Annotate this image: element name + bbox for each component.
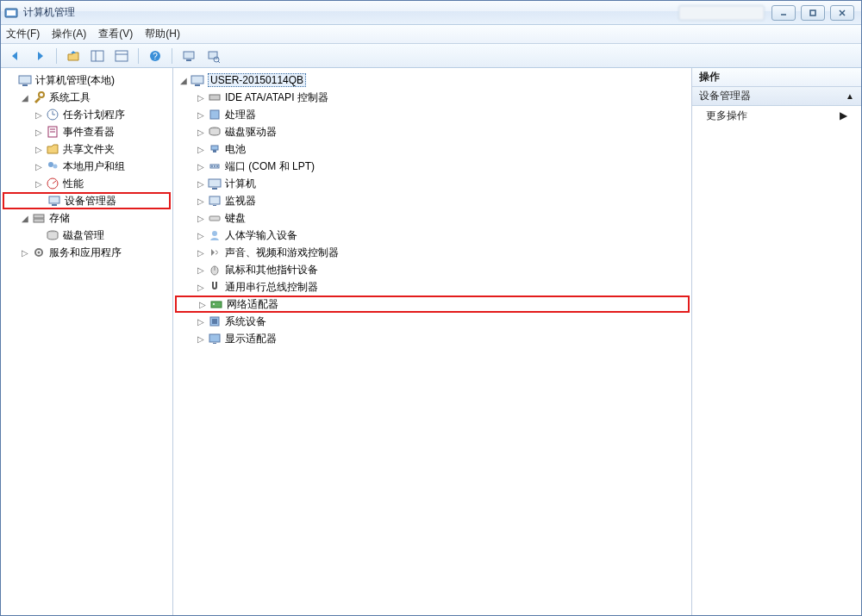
svg-rect-38: [195, 84, 200, 86]
network-adapter-icon: [209, 297, 223, 311]
expander-closed-icon[interactable]: ▷: [196, 282, 206, 292]
expander-closed-icon[interactable]: ▷: [196, 247, 206, 258]
expander-closed-icon[interactable]: ▷: [196, 92, 206, 103]
expander-closed-icon[interactable]: ▷: [196, 144, 206, 154]
expander-open-icon[interactable]: ◢: [178, 75, 189, 85]
actions-pane: 操作 设备管理器 ▲ 更多操作 ▶: [692, 68, 861, 615]
svg-rect-18: [22, 84, 28, 86]
expander-closed-icon[interactable]: ▷: [34, 178, 44, 189]
menu-action[interactable]: 操作(A): [52, 27, 86, 41]
expander-closed-icon[interactable]: ▷: [196, 213, 206, 223]
expander-closed-icon[interactable]: ▷: [34, 127, 44, 137]
titlebar: 计算机管理: [1, 1, 861, 25]
device-system-device[interactable]: ▷系统设备: [175, 313, 690, 330]
device-battery[interactable]: ▷电池: [175, 140, 690, 158]
actions-more[interactable]: 更多操作 ▶: [692, 106, 861, 125]
device-ports[interactable]: ▷端口 (COM 和 LPT): [175, 158, 690, 175]
expander-open-icon[interactable]: ◢: [20, 213, 30, 223]
tree-local-users[interactable]: ▷本地用户和组: [3, 158, 171, 175]
computer-icon: [208, 177, 222, 190]
svg-rect-62: [209, 334, 220, 342]
menu-file[interactable]: 文件(F): [6, 27, 40, 41]
device-hid[interactable]: ▷人体学输入设备: [175, 227, 690, 244]
expander-closed-icon[interactable]: ▷: [34, 144, 44, 154]
submenu-arrow-icon: ▶: [840, 109, 847, 121]
svg-rect-42: [211, 146, 218, 150]
svg-rect-14: [209, 52, 217, 59]
expander-closed-icon[interactable]: ▷: [20, 247, 30, 258]
expander-closed-icon[interactable]: ▷: [197, 299, 208, 309]
expander-closed-icon[interactable]: ▷: [196, 196, 206, 206]
expander-closed-icon[interactable]: ▷: [196, 178, 206, 189]
svg-rect-37: [191, 76, 203, 84]
device-processor[interactable]: ▷处理器: [175, 106, 690, 123]
tree-storage[interactable]: ◢ 存储: [3, 209, 171, 227]
device-computer[interactable]: ▷计算机: [175, 175, 690, 192]
expander-closed-icon[interactable]: ▷: [196, 161, 206, 171]
collapse-arrow-icon: ▲: [846, 91, 854, 101]
expander-open-icon[interactable]: ◢: [20, 92, 30, 103]
close-button[interactable]: [830, 5, 854, 21]
device-network-adapter[interactable]: ▷网络适配器: [175, 296, 690, 313]
device-sound[interactable]: ▷声音、视频和游戏控制器: [175, 244, 690, 261]
menu-view[interactable]: 查看(V): [98, 27, 133, 41]
expander-closed-icon[interactable]: ▷: [196, 333, 206, 344]
device-root[interactable]: ◢ USER-20150114QB: [175, 72, 690, 89]
actions-category[interactable]: 设备管理器 ▲: [692, 87, 861, 106]
svg-rect-61: [212, 319, 217, 324]
tree-system-tools[interactable]: ◢ 系统工具: [3, 89, 171, 106]
svg-rect-58: [211, 302, 222, 308]
expander-closed-icon[interactable]: ▷: [34, 109, 44, 120]
back-button[interactable]: [6, 47, 25, 65]
tree-root[interactable]: 计算机管理(本地): [3, 72, 171, 89]
storage-icon: [32, 211, 46, 225]
mouse-icon: [208, 263, 222, 277]
maximize-button[interactable]: [801, 5, 825, 21]
window-title: 计算机管理: [23, 5, 75, 20]
tree-performance[interactable]: ▷性能: [3, 175, 171, 192]
svg-rect-43: [213, 150, 216, 152]
tree-event-viewer[interactable]: ▷事件查看器: [3, 123, 171, 140]
up-level-button[interactable]: [64, 47, 83, 65]
expander-closed-icon[interactable]: ▷: [196, 264, 206, 275]
show-hide-tree-button[interactable]: [88, 47, 107, 65]
device-monitor[interactable]: ▷监视器: [175, 192, 690, 209]
tree-device-manager[interactable]: 设备管理器: [3, 192, 171, 209]
svg-line-16: [218, 61, 220, 63]
tree-task-scheduler[interactable]: ▷任务计划程序: [3, 106, 171, 123]
menu-help[interactable]: 帮助(H): [145, 27, 180, 41]
processor-icon: [208, 108, 222, 121]
expander-closed-icon[interactable]: ▷: [34, 161, 44, 171]
ports-icon: [208, 159, 222, 173]
properties-button[interactable]: [112, 47, 131, 65]
device-mouse[interactable]: ▷鼠标和其他指针设备: [175, 261, 690, 278]
expander-closed-icon[interactable]: ▷: [196, 127, 206, 137]
svg-rect-31: [52, 204, 57, 206]
expander-closed-icon[interactable]: ▷: [196, 109, 206, 120]
computer-mgmt-icon: [18, 73, 32, 87]
svg-rect-13: [186, 59, 191, 61]
performance-icon: [46, 177, 59, 190]
toolbar-separator: [56, 48, 57, 64]
tree-shared-folders[interactable]: ▷共享文件夹: [3, 140, 171, 158]
tree-disk-management[interactable]: 磁盘管理: [3, 227, 171, 244]
device-root-label: USER-20150114QB: [210, 74, 303, 86]
device-view-button[interactable]: [179, 47, 198, 65]
minimize-button[interactable]: [771, 5, 796, 21]
scan-hardware-button[interactable]: [203, 47, 222, 65]
device-usb[interactable]: ▷通用串行总线控制器: [175, 278, 690, 296]
help-button[interactable]: ?: [146, 47, 165, 65]
device-tree-pane: ◢ USER-20150114QB ▷IDE ATA/ATAPI 控制器▷处理器…: [173, 68, 692, 615]
forward-button[interactable]: [30, 47, 49, 65]
svg-rect-1: [7, 10, 16, 16]
expander-closed-icon[interactable]: ▷: [196, 316, 206, 327]
device-keyboard[interactable]: ▷键盘: [175, 209, 690, 227]
tree-services-apps[interactable]: ▷ 服务和应用程序: [3, 244, 171, 261]
svg-point-59: [213, 303, 215, 305]
svg-point-36: [38, 252, 41, 254]
device-ide-controller[interactable]: ▷IDE ATA/ATAPI 控制器: [175, 89, 690, 106]
toolbar-separator: [138, 48, 139, 64]
expander-closed-icon[interactable]: ▷: [196, 230, 206, 240]
device-disk-drive[interactable]: ▷磁盘驱动器: [175, 123, 690, 140]
device-display-adapter[interactable]: ▷显示适配器: [175, 330, 690, 347]
